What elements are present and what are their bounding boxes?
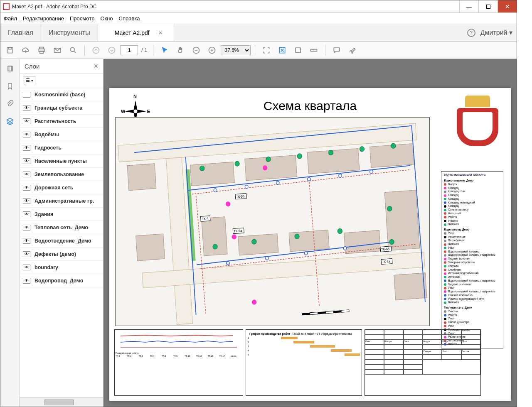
zoom-in-icon[interactable]: [205, 43, 219, 57]
visibility-toggle[interactable]: 👁: [23, 132, 30, 137]
visibility-toggle[interactable]: 👁: [23, 278, 30, 284]
visibility-toggle[interactable]: 👁: [23, 145, 30, 151]
maximize-button[interactable]: [478, 0, 498, 12]
page-up-icon[interactable]: [89, 43, 103, 57]
layer-item[interactable]: 👁Растительность: [20, 115, 103, 128]
svg-point-35: [200, 166, 204, 171]
fullscreen-icon[interactable]: [291, 43, 305, 57]
tab-close-icon[interactable]: ×: [159, 29, 163, 36]
visibility-toggle[interactable]: 👁: [23, 158, 30, 164]
svg-point-53: [245, 185, 248, 189]
minimize-button[interactable]: —: [459, 0, 478, 12]
menu-window[interactable]: Окно: [100, 15, 113, 22]
visibility-toggle[interactable]: 👁: [23, 118, 30, 124]
layer-item[interactable]: 👁Дорожная сеть: [20, 181, 103, 194]
layers-icon[interactable]: [4, 115, 16, 127]
layer-item[interactable]: 👁Дефекты (демо): [20, 248, 103, 261]
title-block: ИзмКол.учЛист№ докПодп.Дата СтадияЛистЛи…: [365, 329, 481, 396]
svg-point-7: [93, 47, 99, 53]
svg-text:ТК-4: ТК-4: [202, 217, 209, 221]
layer-name: Водопровод_Демо: [34, 278, 83, 284]
svg-rect-14: [8, 66, 11, 71]
layers-panel: Слои × ☰ Kosmosnimki (base)👁Границы субъ…: [20, 59, 103, 407]
layer-name: boundary: [34, 265, 58, 270]
gantt-chart: График производства работ Такой-то и так…: [246, 329, 362, 396]
layer-item[interactable]: 👁Водоёмы: [20, 128, 103, 141]
print-icon[interactable]: [34, 43, 49, 57]
layer-item[interactable]: 👁Административные гр.: [20, 194, 103, 208]
cloud-icon[interactable]: [19, 43, 33, 57]
layer-item[interactable]: 👁Здания: [20, 208, 103, 221]
svg-rect-0: [7, 47, 12, 53]
layer-item[interactable]: 👁Землепользование: [20, 168, 103, 181]
svg-rect-23: [190, 162, 234, 186]
sign-icon[interactable]: [345, 43, 360, 57]
save-icon[interactable]: [3, 43, 17, 57]
bookmarks-icon[interactable]: [4, 81, 16, 92]
svg-point-8: [109, 47, 115, 53]
svg-point-43: [251, 239, 256, 245]
visibility-toggle[interactable]: 👁: [23, 225, 30, 230]
menu-help[interactable]: Справка: [119, 15, 140, 22]
hand-icon[interactable]: [173, 43, 187, 57]
visibility-toggle[interactable]: 👁: [23, 265, 30, 270]
legend: Карта Московской области Водоотведение_Д…: [441, 171, 503, 348]
search-icon[interactable]: [66, 43, 80, 57]
layer-item[interactable]: 👁Границы субъекта: [20, 101, 103, 115]
svg-point-58: [227, 262, 230, 265]
tab-tools[interactable]: Инструменты: [41, 24, 98, 41]
visibility-toggle[interactable]: [23, 92, 30, 98]
layers-options-icon[interactable]: ☰: [24, 76, 35, 85]
menu-view[interactable]: Просмотр: [70, 15, 94, 22]
tab-document[interactable]: Макет A2.pdf ×: [98, 24, 175, 41]
visibility-toggle[interactable]: 👁: [23, 185, 30, 191]
user-menu[interactable]: Дмитрий ▾: [480, 29, 512, 37]
pointer-icon[interactable]: [158, 43, 172, 57]
fit-page-icon[interactable]: [275, 43, 289, 57]
layer-item[interactable]: 👁Населенные пункты: [20, 154, 103, 168]
help-icon[interactable]: ?: [467, 29, 475, 37]
layer-name: Kosmosnimki (base): [34, 92, 85, 98]
layer-item[interactable]: 👁Гидросеть: [20, 141, 103, 154]
tab-home[interactable]: Главная: [0, 24, 41, 41]
page-input[interactable]: [121, 45, 138, 55]
layer-item[interactable]: Kosmosnimki (base): [20, 88, 103, 101]
close-button[interactable]: ✕: [498, 0, 517, 12]
svg-point-38: [297, 154, 302, 159]
layers-close-icon[interactable]: ×: [94, 62, 98, 71]
zoom-out-icon[interactable]: [189, 43, 203, 57]
layer-item[interactable]: 👁Тепловая сеть_Демо: [20, 221, 103, 234]
visibility-toggle[interactable]: 👁: [23, 251, 30, 257]
menu-file[interactable]: Файл: [4, 15, 17, 22]
document-area[interactable]: Схема квартала N S E W: [103, 59, 517, 407]
svg-point-52: [214, 189, 217, 192]
svg-point-59: [265, 257, 268, 260]
map-canvas: ТК-4 ТК-5б ТК-6а ТК-6б ТК-6з: [115, 117, 430, 326]
measure-icon[interactable]: [307, 43, 321, 57]
fit-width-icon[interactable]: [259, 43, 273, 57]
menu-edit[interactable]: Редактирование: [23, 15, 64, 22]
page-down-icon[interactable]: [105, 43, 119, 57]
mail-icon[interactable]: [50, 43, 64, 57]
svg-point-44: [295, 234, 300, 239]
thumbnails-icon[interactable]: [4, 63, 16, 75]
layers-scrollbar[interactable]: [20, 397, 103, 407]
svg-rect-22: [127, 164, 156, 191]
attachments-icon[interactable]: [4, 98, 16, 110]
svg-point-60: [304, 252, 308, 255]
svg-text:ТК-6а: ТК-6а: [234, 229, 242, 233]
svg-point-47: [389, 239, 394, 245]
visibility-toggle[interactable]: 👁: [23, 211, 30, 217]
svg-rect-1: [9, 47, 12, 49]
layer-item[interactable]: 👁Водопровод_Демо: [20, 274, 103, 287]
visibility-toggle[interactable]: 👁: [23, 198, 30, 204]
visibility-toggle[interactable]: 👁: [23, 105, 30, 111]
svg-rect-27: [136, 234, 165, 261]
comment-icon[interactable]: [330, 43, 344, 57]
layer-item[interactable]: 👁Водоотведение_Демо: [20, 234, 103, 248]
svg-rect-30: [289, 230, 329, 252]
visibility-toggle[interactable]: 👁: [23, 238, 30, 244]
zoom-select[interactable]: 37,6%: [221, 45, 251, 55]
layer-item[interactable]: 👁boundary: [20, 261, 103, 274]
visibility-toggle[interactable]: 👁: [23, 172, 30, 177]
